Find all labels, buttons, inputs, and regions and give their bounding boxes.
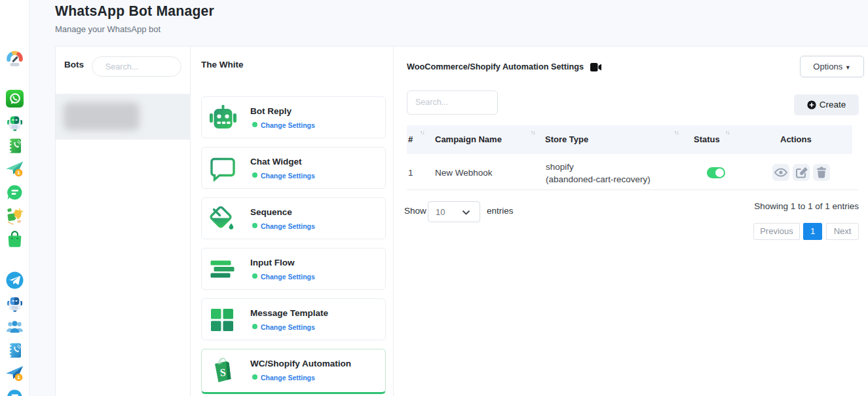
svg-text:S: S [219, 366, 226, 378]
svg-text:1: 1 [17, 170, 20, 176]
svg-text:1: 1 [17, 374, 20, 380]
